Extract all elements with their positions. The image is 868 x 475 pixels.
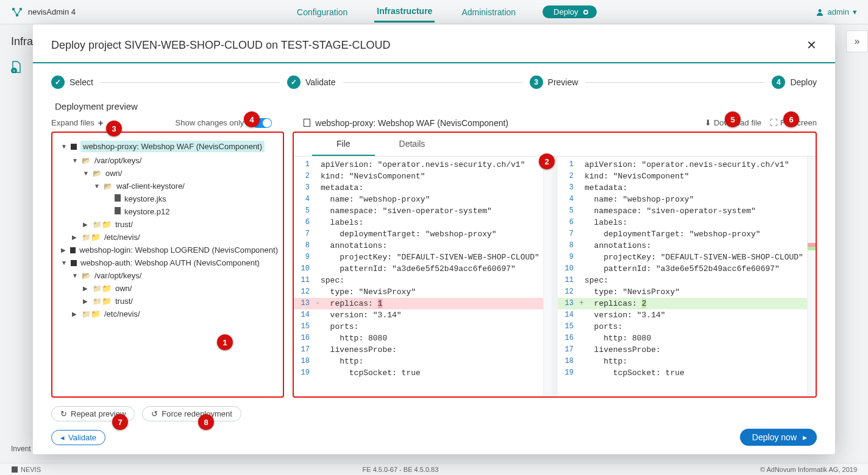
refresh-icon: ↻ xyxy=(60,409,67,418)
validate-button[interactable]: ◂ Validate xyxy=(51,430,105,445)
chevron-down-icon: ▾ xyxy=(853,7,857,16)
tree-folder[interactable]: ▼/var/opt/keys/ xyxy=(72,269,278,282)
tree-component-waf[interactable]: ▼webshop-proxy: Webshop WAF (NevisCompon… xyxy=(61,139,278,154)
tree-label: own/ xyxy=(115,284,132,293)
tree-component-logrend[interactable]: ▶webshop-login: Webshop LOGREND (NevisCo… xyxy=(61,244,278,256)
inventory-label: Invent xyxy=(11,445,31,453)
folder-icon: 📁 xyxy=(82,233,101,242)
expand-files-label: Expand files xyxy=(51,118,94,127)
tree-file[interactable]: keystore.p12 xyxy=(105,205,278,218)
folder-icon xyxy=(82,156,91,165)
component-icon xyxy=(71,260,77,266)
deploy-chip[interactable]: Deploy xyxy=(542,5,596,18)
tree-label: /etc/nevis/ xyxy=(104,309,140,318)
nav-administration[interactable]: Administration xyxy=(459,2,518,22)
annotation-marker-6: 6 xyxy=(783,111,799,127)
footer-copyright: © AdNovum Informatik AG, 2019 xyxy=(760,466,857,473)
folder-icon xyxy=(82,271,91,280)
tree-folder[interactable]: ▼waf-client-keystore/ xyxy=(94,180,278,192)
svg-text:+: + xyxy=(13,68,16,73)
nav-configuration[interactable]: Configuration xyxy=(294,2,350,22)
force-redeployment-button[interactable]: ↺ Force redeployment xyxy=(142,406,241,421)
annotation-marker-4: 4 xyxy=(244,111,260,127)
chevron-left-icon: ◂ xyxy=(60,433,65,442)
fullscreen-icon: ⛶ xyxy=(770,118,778,127)
footer-version: FE 4.5.0-67 - BE 4.5.0.83 xyxy=(55,466,745,473)
diff-left: 1apiVersion: "operator.nevis-security.ch… xyxy=(294,157,552,396)
step-preview-icon: 3 xyxy=(530,76,543,89)
annotation-marker-7: 7 xyxy=(112,414,128,430)
tree-label: waf-client-keystore/ xyxy=(116,181,185,191)
close-icon[interactable]: ✕ xyxy=(806,38,817,52)
tree-folder[interactable]: ▼/var/opt/keys/ xyxy=(72,154,278,167)
tree-label: /var/opt/keys/ xyxy=(94,271,141,280)
modal-title: Deploy project SIVEN-WEB-SHOP-CLOUD on T… xyxy=(51,39,806,52)
folder-icon: 📁 xyxy=(93,284,112,293)
overview-ruler xyxy=(807,157,816,396)
step-select-icon xyxy=(51,76,65,89)
show-changes-only-label: Show changes only xyxy=(176,118,244,127)
step-validate: Validate xyxy=(305,77,336,87)
tree-folder[interactable]: ▼own/ xyxy=(83,167,278,180)
tree-label: /etc/nevis/ xyxy=(104,233,140,242)
folder-icon xyxy=(93,169,102,178)
svg-point-3 xyxy=(818,9,821,12)
step-validate-icon xyxy=(287,76,301,89)
user-menu[interactable]: admin ▾ xyxy=(816,7,857,16)
deploy-modal: Deploy project SIVEN-WEB-SHOP-CLOUD on T… xyxy=(33,24,835,454)
folder-icon: 📁 xyxy=(82,309,101,318)
record-icon xyxy=(583,10,588,15)
step-select: Select xyxy=(69,77,93,87)
top-nav: nevisAdmin 4 Configuration Infrastructur… xyxy=(0,0,868,24)
tree-label: trust/ xyxy=(115,297,133,306)
file-tree-panel: ▼webshop-proxy: Webshop WAF (NevisCompon… xyxy=(51,132,284,398)
validate-label: Validate xyxy=(68,433,96,442)
diff-right: 1apiVersion: "operator.nevis-security.ch… xyxy=(558,157,816,396)
expand-files[interactable]: Expand files + xyxy=(51,118,104,128)
plus-icon: + xyxy=(98,118,104,128)
tree-folder[interactable]: ▶📁/etc/nevis/ xyxy=(72,231,278,244)
annotation-marker-8: 8 xyxy=(198,414,214,430)
deploy-now-button[interactable]: Deploy now ▸ xyxy=(740,429,817,446)
user-name: admin xyxy=(828,7,849,16)
tree-label: /var/opt/keys/ xyxy=(94,156,141,165)
file-icon xyxy=(115,207,121,216)
footer-brand: NEVIS xyxy=(21,466,41,473)
folder-icon xyxy=(104,181,113,191)
deploy-chip-label: Deploy xyxy=(553,7,578,16)
tree-label: webshop-auth: Webshop AUTH (NevisCompone… xyxy=(80,258,260,267)
app-name: nevisAdmin 4 xyxy=(28,7,76,16)
add-icon[interactable]: + xyxy=(11,61,22,75)
step-deploy-icon: 4 xyxy=(772,76,785,89)
step-deploy: Deploy xyxy=(790,77,817,87)
expand-right-panel[interactable]: » xyxy=(846,30,868,52)
file-header-text: webshop-proxy: Webshop WAF (NevisCompone… xyxy=(315,118,508,128)
tab-details[interactable]: Details xyxy=(375,133,450,156)
selected-file-header: webshop-proxy: Webshop WAF (NevisCompone… xyxy=(304,118,508,128)
component-icon xyxy=(70,247,76,253)
tree-label: webshop-proxy: Webshop WAF (NevisCompone… xyxy=(80,141,265,152)
tree-folder[interactable]: ▶📁own/ xyxy=(83,282,278,295)
tree-file[interactable]: keystore.jks xyxy=(105,192,278,205)
tree-folder[interactable]: ▶📁trust/ xyxy=(83,218,278,231)
tree-folder[interactable]: ▶📁/etc/nevis/ xyxy=(72,308,278,320)
document-icon xyxy=(304,119,310,127)
svg-rect-6 xyxy=(12,466,18,473)
tab-file[interactable]: File xyxy=(312,133,375,156)
tree-label: own/ xyxy=(105,169,122,178)
history-icon: ↺ xyxy=(151,409,158,418)
annotation-marker-5: 5 xyxy=(725,111,741,127)
nav-infrastructure[interactable]: Infrastructure xyxy=(374,1,435,23)
footer: NEVIS FE 4.5.0-67 - BE 4.5.0.83 © AdNovu… xyxy=(0,463,868,475)
download-icon: ⬇ xyxy=(705,118,711,127)
brand: nevisAdmin 4 xyxy=(11,7,76,18)
folder-icon: 📁 xyxy=(93,220,112,229)
file-icon xyxy=(115,194,121,203)
tree-component-auth[interactable]: ▼webshop-auth: Webshop AUTH (NevisCompon… xyxy=(61,256,278,269)
tree-label: trust/ xyxy=(115,220,133,229)
force-redeployment-label: Force redeployment xyxy=(162,409,232,418)
annotation-marker-3: 3 xyxy=(106,121,122,136)
diff-panel: File Details 1apiVersion: "operator.nevi… xyxy=(293,132,817,398)
component-icon xyxy=(71,144,77,150)
tree-folder[interactable]: ▶📁trust/ xyxy=(83,295,278,308)
